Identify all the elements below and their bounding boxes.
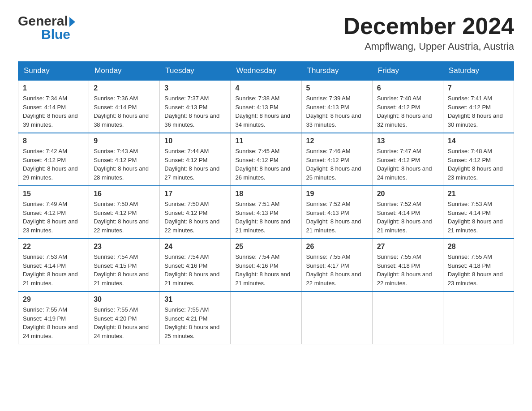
calendar-cell <box>301 291 372 344</box>
calendar-cell: 14Sunrise: 7:48 AMSunset: 4:12 PMDayligh… <box>443 133 514 186</box>
col-tuesday: Tuesday <box>160 62 231 81</box>
day-number: 30 <box>94 295 155 304</box>
day-info: Sunrise: 7:55 AMSunset: 4:18 PMDaylight:… <box>377 253 432 287</box>
day-number: 4 <box>235 84 296 92</box>
calendar-cell: 5Sunrise: 7:39 AMSunset: 4:13 PMDaylight… <box>301 80 372 133</box>
month-title: December 2024 <box>343 13 514 39</box>
day-number: 29 <box>23 295 84 304</box>
day-info: Sunrise: 7:34 AMSunset: 4:14 PMDaylight:… <box>23 95 78 128</box>
day-number: 9 <box>94 137 155 145</box>
calendar-cell: 24Sunrise: 7:54 AMSunset: 4:16 PMDayligh… <box>160 239 231 291</box>
day-info: Sunrise: 7:37 AMSunset: 4:13 PMDaylight:… <box>164 95 219 128</box>
day-info: Sunrise: 7:48 AMSunset: 4:12 PMDaylight:… <box>448 148 503 181</box>
col-friday: Friday <box>372 62 443 81</box>
day-number: 11 <box>235 137 296 145</box>
week-row-3: 15Sunrise: 7:49 AMSunset: 4:12 PMDayligh… <box>18 186 514 239</box>
calendar-cell: 4Sunrise: 7:38 AMSunset: 4:13 PMDaylight… <box>231 80 301 133</box>
day-number: 8 <box>23 137 84 145</box>
day-info: Sunrise: 7:46 AMSunset: 4:12 PMDaylight:… <box>306 148 361 181</box>
col-sunday: Sunday <box>18 62 89 81</box>
header-row: Sunday Monday Tuesday Wednesday Thursday… <box>18 62 514 81</box>
day-number: 19 <box>306 190 368 198</box>
day-info: Sunrise: 7:55 AMSunset: 4:19 PMDaylight:… <box>23 306 78 339</box>
day-info: Sunrise: 7:54 AMSunset: 4:16 PMDaylight:… <box>164 253 219 287</box>
calendar-cell: 19Sunrise: 7:52 AMSunset: 4:13 PMDayligh… <box>301 186 372 239</box>
day-number: 17 <box>164 190 226 198</box>
calendar-cell: 1Sunrise: 7:34 AMSunset: 4:14 PMDaylight… <box>18 80 89 133</box>
calendar-cell <box>443 291 514 344</box>
day-number: 31 <box>164 295 226 304</box>
day-number: 14 <box>448 137 509 145</box>
day-info: Sunrise: 7:50 AMSunset: 4:12 PMDaylight:… <box>94 201 149 234</box>
day-info: Sunrise: 7:52 AMSunset: 4:14 PMDaylight:… <box>377 201 432 234</box>
day-number: 27 <box>377 243 438 251</box>
col-monday: Monday <box>89 62 160 81</box>
calendar-cell: 22Sunrise: 7:53 AMSunset: 4:14 PMDayligh… <box>18 239 89 291</box>
day-number: 2 <box>94 84 155 92</box>
location-title: Ampflwang, Upper Austria, Austria <box>343 41 514 52</box>
calendar-cell: 31Sunrise: 7:55 AMSunset: 4:21 PMDayligh… <box>160 291 231 344</box>
calendar-cell: 10Sunrise: 7:44 AMSunset: 4:12 PMDayligh… <box>160 133 231 186</box>
day-number: 12 <box>306 137 368 145</box>
day-info: Sunrise: 7:47 AMSunset: 4:12 PMDaylight:… <box>377 148 432 181</box>
day-info: Sunrise: 7:43 AMSunset: 4:12 PMDaylight:… <box>94 148 149 181</box>
calendar-cell: 13Sunrise: 7:47 AMSunset: 4:12 PMDayligh… <box>372 133 443 186</box>
day-number: 28 <box>448 243 509 251</box>
calendar-cell: 9Sunrise: 7:43 AMSunset: 4:12 PMDaylight… <box>89 133 160 186</box>
day-number: 13 <box>377 137 438 145</box>
day-info: Sunrise: 7:54 AMSunset: 4:15 PMDaylight:… <box>94 253 149 287</box>
day-info: Sunrise: 7:54 AMSunset: 4:16 PMDaylight:… <box>235 253 290 287</box>
day-info: Sunrise: 7:55 AMSunset: 4:20 PMDaylight:… <box>94 306 149 339</box>
day-number: 23 <box>94 243 155 251</box>
calendar-cell: 16Sunrise: 7:50 AMSunset: 4:12 PMDayligh… <box>89 186 160 239</box>
calendar-cell: 11Sunrise: 7:45 AMSunset: 4:12 PMDayligh… <box>231 133 301 186</box>
page-header: General Blue December 2024 Ampflwang, Up… <box>18 13 514 52</box>
calendar-cell <box>231 291 301 344</box>
calendar-cell: 17Sunrise: 7:50 AMSunset: 4:12 PMDayligh… <box>160 186 231 239</box>
week-row-4: 22Sunrise: 7:53 AMSunset: 4:14 PMDayligh… <box>18 239 514 291</box>
calendar-cell: 25Sunrise: 7:54 AMSunset: 4:16 PMDayligh… <box>231 239 301 291</box>
day-info: Sunrise: 7:52 AMSunset: 4:13 PMDaylight:… <box>306 201 361 234</box>
day-info: Sunrise: 7:44 AMSunset: 4:12 PMDaylight:… <box>164 148 219 181</box>
day-info: Sunrise: 7:55 AMSunset: 4:21 PMDaylight:… <box>164 306 219 339</box>
day-info: Sunrise: 7:38 AMSunset: 4:13 PMDaylight:… <box>235 95 290 128</box>
day-number: 16 <box>94 190 155 198</box>
day-number: 18 <box>235 190 296 198</box>
col-wednesday: Wednesday <box>231 62 301 81</box>
calendar-cell: 12Sunrise: 7:46 AMSunset: 4:12 PMDayligh… <box>301 133 372 186</box>
calendar-cell: 21Sunrise: 7:53 AMSunset: 4:14 PMDayligh… <box>443 186 514 239</box>
day-info: Sunrise: 7:41 AMSunset: 4:12 PMDaylight:… <box>448 95 503 128</box>
day-info: Sunrise: 7:53 AMSunset: 4:14 PMDaylight:… <box>448 201 503 234</box>
calendar-cell: 3Sunrise: 7:37 AMSunset: 4:13 PMDaylight… <box>160 80 231 133</box>
calendar-cell: 26Sunrise: 7:55 AMSunset: 4:17 PMDayligh… <box>301 239 372 291</box>
day-number: 24 <box>164 243 226 251</box>
calendar-cell: 2Sunrise: 7:36 AMSunset: 4:14 PMDaylight… <box>89 80 160 133</box>
calendar-cell: 6Sunrise: 7:40 AMSunset: 4:12 PMDaylight… <box>372 80 443 133</box>
calendar-table: Sunday Monday Tuesday Wednesday Thursday… <box>18 61 514 344</box>
day-info: Sunrise: 7:42 AMSunset: 4:12 PMDaylight:… <box>23 148 78 181</box>
calendar-cell: 23Sunrise: 7:54 AMSunset: 4:15 PMDayligh… <box>89 239 160 291</box>
col-saturday: Saturday <box>443 62 514 81</box>
day-number: 10 <box>164 137 226 145</box>
day-info: Sunrise: 7:50 AMSunset: 4:12 PMDaylight:… <box>164 201 219 234</box>
day-info: Sunrise: 7:36 AMSunset: 4:14 PMDaylight:… <box>94 95 149 128</box>
calendar-cell: 18Sunrise: 7:51 AMSunset: 4:13 PMDayligh… <box>231 186 301 239</box>
logo-blue-text: Blue <box>41 27 70 42</box>
day-number: 1 <box>23 84 84 92</box>
day-number: 21 <box>448 190 509 198</box>
calendar-cell: 28Sunrise: 7:55 AMSunset: 4:18 PMDayligh… <box>443 239 514 291</box>
day-number: 20 <box>377 190 438 198</box>
day-info: Sunrise: 7:39 AMSunset: 4:13 PMDaylight:… <box>306 95 361 128</box>
calendar-cell: 15Sunrise: 7:49 AMSunset: 4:12 PMDayligh… <box>18 186 89 239</box>
day-number: 25 <box>235 243 296 251</box>
week-row-1: 1Sunrise: 7:34 AMSunset: 4:14 PMDaylight… <box>18 80 514 133</box>
day-info: Sunrise: 7:53 AMSunset: 4:14 PMDaylight:… <box>23 253 78 287</box>
col-thursday: Thursday <box>301 62 372 81</box>
calendar-cell: 30Sunrise: 7:55 AMSunset: 4:20 PMDayligh… <box>89 291 160 344</box>
calendar-cell: 7Sunrise: 7:41 AMSunset: 4:12 PMDaylight… <box>443 80 514 133</box>
week-row-5: 29Sunrise: 7:55 AMSunset: 4:19 PMDayligh… <box>18 291 514 344</box>
day-number: 22 <box>23 243 84 251</box>
day-number: 3 <box>164 84 226 92</box>
logo-triangle-icon <box>69 17 75 27</box>
calendar-cell: 27Sunrise: 7:55 AMSunset: 4:18 PMDayligh… <box>372 239 443 291</box>
